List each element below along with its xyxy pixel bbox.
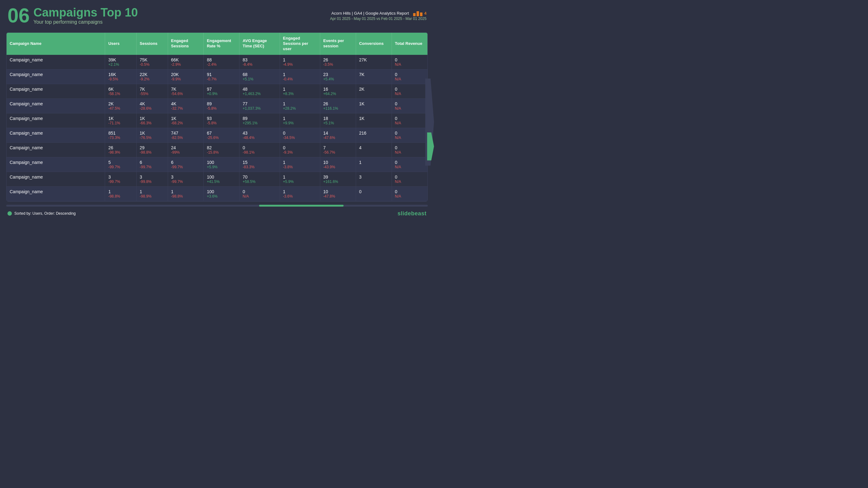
table-cell: 16+64.2% bbox=[320, 84, 356, 98]
revenue-cell: 0N/A bbox=[392, 98, 428, 113]
table-cell: 1-98.8% bbox=[105, 186, 136, 201]
table-cell: 1-98.9% bbox=[136, 186, 168, 201]
revenue-cell: 0N/A bbox=[392, 186, 428, 201]
table-cell: 1K-66.3% bbox=[136, 113, 168, 128]
table-cell: 3-99.8% bbox=[136, 172, 168, 186]
table-cell: 66K-2.9% bbox=[168, 55, 204, 69]
table-cell: 83-8.4% bbox=[240, 55, 280, 69]
table-cell: 26-98.9% bbox=[105, 142, 136, 157]
page-header: 06 Campaigns Top 10 Your top performing … bbox=[0, 0, 434, 30]
brand-logo: slidebeast bbox=[398, 210, 427, 217]
table-cell: 7K-54.6% bbox=[168, 84, 204, 98]
revenue-cell: 0N/A bbox=[392, 142, 428, 157]
page-footer: Sorted by: Users, Order: Descending slid… bbox=[0, 208, 434, 218]
campaign-name-cell: Campaign_name bbox=[6, 142, 105, 157]
table-row: Campaign_name26-98.9%29-98.8%24-99%82-15… bbox=[6, 142, 428, 157]
table-cell: 70+58.5% bbox=[240, 172, 280, 186]
table-cell: 100+3.6% bbox=[204, 186, 240, 201]
report-title: Acorn Hills | GA4 | Google Analytics Rep… bbox=[330, 10, 427, 17]
page-subtitle: Your top performing campaigns bbox=[33, 19, 138, 25]
col-avg-engage-time: AVG Engage Time (SEC) bbox=[240, 33, 280, 55]
report-dates: Apr 01 2025 - May 01 2025 vs Feb 01 2025… bbox=[330, 17, 427, 21]
table-row: Campaign_name851-73.3%1K-76.5%747-82.5%6… bbox=[6, 128, 428, 142]
table-cell: 0-34.5% bbox=[280, 128, 320, 142]
campaign-name-cell: Campaign_name bbox=[6, 55, 105, 69]
table-cell: 851-73.3% bbox=[105, 128, 136, 142]
table-cell: 26-3.5% bbox=[320, 55, 356, 69]
table-row: Campaign_name6K-58.1%7K-55%7K-54.6%97+0.… bbox=[6, 84, 428, 98]
footer-left: Sorted by: Users, Order: Descending bbox=[7, 211, 76, 216]
header-right: Acorn Hills | GA4 | Google Analytics Rep… bbox=[330, 10, 427, 21]
col-events-per-session: Events per session bbox=[320, 33, 356, 55]
table-cell: 1K-68.2% bbox=[168, 113, 204, 128]
table-cell: 82-15.8% bbox=[204, 142, 240, 157]
table-cell: 0-98.1% bbox=[240, 142, 280, 157]
title-group: Campaigns Top 10 Your top performing cam… bbox=[33, 6, 138, 25]
campaign-name-cell: Campaign_name bbox=[6, 84, 105, 98]
table-row: Campaign_name3-99.7%3-99.8%3-99.7%100+41… bbox=[6, 172, 428, 186]
conversions-cell: 2K bbox=[356, 84, 392, 98]
table-header-row: Campaign Name Users Sessions Engaged Ses… bbox=[6, 33, 428, 55]
page-number: 4 bbox=[424, 11, 427, 15]
table-cell: 15-83.3% bbox=[240, 157, 280, 172]
revenue-cell: 0N/A bbox=[392, 172, 428, 186]
table-cell: 1K-76.5% bbox=[136, 128, 168, 142]
table-cell: 1+9.9% bbox=[280, 113, 320, 128]
table-cell: 10-47.8% bbox=[320, 186, 356, 201]
right-arrow-green-decoration bbox=[427, 132, 434, 161]
table-cell: 6-99.7% bbox=[168, 157, 204, 172]
table-cell: 6K-58.1% bbox=[105, 84, 136, 98]
conversions-cell: 1K bbox=[356, 113, 392, 128]
campaign-name-cell: Campaign_name bbox=[6, 69, 105, 84]
revenue-cell: 0N/A bbox=[392, 55, 428, 69]
table-cell: 1K-71.1% bbox=[105, 113, 136, 128]
campaign-name-cell: Campaign_name bbox=[6, 98, 105, 113]
table-cell: 747-82.5% bbox=[168, 128, 204, 142]
table-cell: 1+28.2% bbox=[280, 98, 320, 113]
table-cell: 2K-47.5% bbox=[105, 98, 136, 113]
slide-number: 06 bbox=[7, 6, 30, 26]
table-cell: 5-99.7% bbox=[105, 157, 136, 172]
table-cell: 14-47.6% bbox=[320, 128, 356, 142]
table-cell: 18+5.1% bbox=[320, 113, 356, 128]
col-sessions: Sessions bbox=[136, 33, 168, 55]
col-users: Users bbox=[105, 33, 136, 55]
table-cell: 7K-55% bbox=[136, 84, 168, 98]
col-campaign-name: Campaign Name bbox=[6, 33, 105, 55]
table-cell: 77+1,037.3% bbox=[240, 98, 280, 113]
table-cell: 6-99.7% bbox=[136, 157, 168, 172]
table-cell: 97+0.9% bbox=[204, 84, 240, 98]
sort-indicator bbox=[7, 211, 12, 216]
table-cell: 75K-0.5% bbox=[136, 55, 168, 69]
table-cell: 22K-9.2% bbox=[136, 69, 168, 84]
table-cell: 7-56.7% bbox=[320, 142, 356, 157]
conversions-cell: 27K bbox=[356, 55, 392, 69]
table-cell: 4K-28.6% bbox=[136, 98, 168, 113]
scrollbar-thumb[interactable] bbox=[259, 205, 343, 206]
table-cell: 23+5.4% bbox=[320, 69, 356, 84]
revenue-cell: 0N/A bbox=[392, 128, 428, 142]
table-cell: 3-99.7% bbox=[105, 172, 136, 186]
col-conversions: Conversions bbox=[356, 33, 392, 55]
campaign-name-cell: Campaign_name bbox=[6, 113, 105, 128]
table-cell: 3-99.7% bbox=[168, 172, 204, 186]
table-cell: 67-25.6% bbox=[204, 128, 240, 142]
table-row: Campaign_name1-98.8%1-98.9%1-98.8%100+3.… bbox=[6, 186, 428, 201]
table-cell: 88-2.4% bbox=[204, 55, 240, 69]
table-cell: 89-5.8% bbox=[204, 98, 240, 113]
table-cell: 16K-9.5% bbox=[105, 69, 136, 84]
table-cell: 48+1,463.2% bbox=[240, 84, 280, 98]
table-cell: 20K-9.9% bbox=[168, 69, 204, 84]
table-cell: 1-3.6% bbox=[280, 186, 320, 201]
scrollbar-track[interactable] bbox=[6, 205, 428, 206]
page-title: Campaigns Top 10 bbox=[33, 6, 138, 19]
conversions-cell: 1K bbox=[356, 98, 392, 113]
table-cell: 24-99% bbox=[168, 142, 204, 157]
conversions-cell: 216 bbox=[356, 128, 392, 142]
campaign-name-cell: Campaign_name bbox=[6, 128, 105, 142]
table-cell: 100+5.9% bbox=[204, 157, 240, 172]
table-cell: 39+161.6% bbox=[320, 172, 356, 186]
header-left: 06 Campaigns Top 10 Your top performing … bbox=[7, 6, 138, 26]
conversions-cell: 7K bbox=[356, 69, 392, 84]
table-cell: 0-9.3% bbox=[280, 142, 320, 157]
